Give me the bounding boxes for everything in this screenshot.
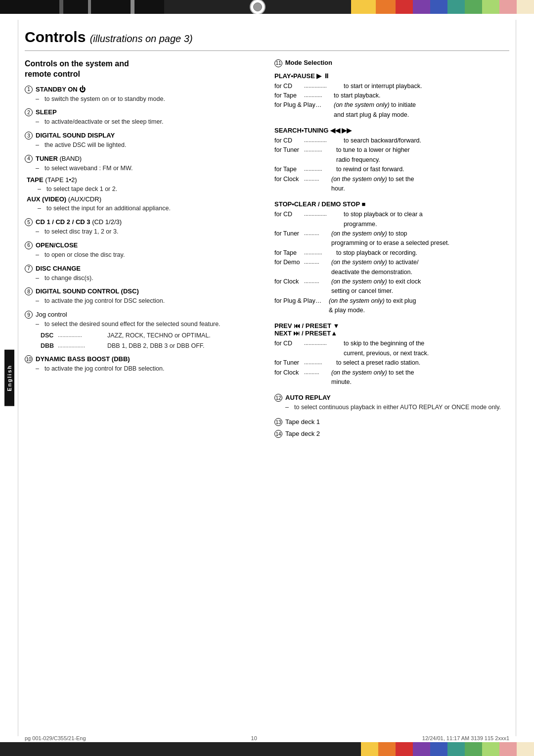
deco-seg-green	[465, 0, 482, 14]
sc-plug-cont: & play mode.	[274, 306, 509, 315]
item-tape-deck-2: 14 Tape deck 2	[274, 430, 509, 438]
item-desc-dsd: –the active DSC will be lighted.	[25, 141, 260, 150]
play-pause-lines: for CD ............... to start or inter…	[274, 82, 509, 120]
bottom-deco-pink	[499, 742, 517, 756]
footer-center: 10	[251, 735, 257, 741]
deco-seg-2	[59, 0, 63, 14]
deco-seg-5	[91, 0, 131, 14]
item-num-14: 14	[274, 430, 282, 438]
item-label-disc-change: DISC CHANGE	[36, 265, 81, 272]
sub-label-aux: AUX (VIDEO) (AUX/CDR)	[27, 195, 260, 203]
item-desc-standby: –to switch the system on or to standby m…	[25, 94, 260, 104]
jog-dsc-key: DSC	[41, 331, 58, 340]
pn-clock-cont: minute.	[274, 378, 509, 387]
pn-cd: for CD ............... to skip to the be…	[274, 339, 509, 348]
search-tuning-title: SEARCH•TUNING ◀◀ ▶▶	[274, 127, 509, 134]
item-num-1: 1	[25, 86, 33, 94]
page-title: Controls (illustrations on page 3)	[25, 29, 509, 46]
deco-seg-purple	[413, 0, 430, 14]
item-label-auto-replay: AUTO REPLAY	[285, 394, 331, 401]
item-dbb: 10 DYNAMIC BASS BOOST (DBB) –to activate…	[25, 355, 260, 374]
prev-next-title: PREV ⏮ / PRESET ▼ NEXT ⏭ / PRESET▲	[274, 322, 509, 337]
item-jog: 9 Jog control –to select the desired sou…	[25, 311, 260, 350]
item-num-5: 5	[25, 218, 33, 226]
item-label-open-close: OPEN/CLOSE	[36, 241, 78, 249]
item-desc-open-close: –to open or close the disc tray.	[25, 250, 260, 260]
play-pause-plug-cont: and start plug & play mode.	[274, 110, 509, 120]
item-dsc: 8 DIGITAL SOUND CONTROL (DSC) –to activa…	[25, 287, 260, 306]
item-label-tape-deck-2: Tape deck 2	[285, 430, 320, 437]
main-content: Controls (illustrations on page 3) Contr…	[25, 14, 509, 442]
bottom-decorative-bar	[0, 742, 534, 756]
sub-item-tape: TAPE (TAPE 1•2) –to select tape deck 1 o…	[25, 176, 260, 194]
bottom-deco-left	[0, 742, 361, 756]
item-num-4: 4	[25, 155, 33, 163]
play-pause-title: PLAY•PAUSE ▶ ⏸	[274, 72, 509, 80]
sc-demo: for Demo .......... (on the system only)…	[274, 258, 509, 267]
st-tuner: for Tuner ............ to tune to a lowe…	[274, 145, 509, 155]
pn-tuner: for Tuner ............ to select a prese…	[274, 358, 509, 368]
prev-next-lines: for CD ............... to skip to the be…	[274, 339, 509, 387]
mode-selection-header: 11 Mode Selection	[274, 59, 509, 67]
bottom-deco-teal	[447, 742, 465, 756]
item-desc-dsc: –to activate the jog control for DSC sel…	[25, 296, 260, 306]
bottom-deco-green	[465, 742, 482, 756]
footer-right: 12/24/01, 11:17 AM 3139 115 2xxx1	[422, 735, 509, 741]
item-num-6: 6	[25, 241, 33, 249]
bottom-deco-purple	[413, 742, 430, 756]
item-desc-jog: –to select the desired sound effect for …	[25, 320, 260, 350]
st-tuner-cont: radio frequency.	[274, 155, 509, 165]
jog-dbb-val: DBB 1, DBB 2, DBB 3 or DBB OFF.	[107, 341, 205, 351]
sc-clock: for Clock .......... (on the system only…	[274, 277, 509, 286]
stop-clear-lines: for CD ............... to stop playback …	[274, 210, 509, 315]
item-auto-replay: 12 AUTO REPLAY –to select continuous pla…	[274, 394, 509, 412]
item-desc-auto-replay: –to select continuous playback in either…	[274, 403, 509, 412]
jog-dsc-val: JAZZ, ROCK, TECHNO or OPTIMAL.	[107, 331, 211, 340]
item-num-10: 10	[25, 355, 33, 363]
bottom-deco-red	[396, 742, 413, 756]
sc-clock-cont: setting or cancel timer.	[274, 286, 509, 296]
sidebar-language-label: English	[4, 350, 14, 406]
deco-seg-1	[0, 0, 59, 14]
bottom-deco-orange	[378, 742, 396, 756]
play-pause-plug: for Plug & Play… (on the system only) to…	[274, 100, 509, 110]
item-open-close: 6 OPEN/CLOSE –to open or close the disc …	[25, 241, 260, 260]
item-num-3: 3	[25, 132, 33, 140]
page-footer: pg 001-029/C355/21-Eng 10 12/24/01, 11:1…	[25, 735, 509, 741]
sub-label-tape: TAPE (TAPE 1•2)	[27, 176, 260, 184]
deco-seg-blue	[430, 0, 447, 14]
sc-tuner: for Tuner .......... (on the system only…	[274, 229, 509, 238]
right-column: 11 Mode Selection PLAY•PAUSE ▶ ⏸ for CD …	[274, 59, 509, 442]
item-desc-tuner: –to select waveband : FM or MW.	[25, 164, 260, 173]
st-clock: for Clock .......... (on the system only…	[274, 175, 509, 184]
item-label-cd: CD 1 / CD 2 / CD 3 (CD 1/2/3)	[36, 218, 122, 226]
item-desc-sleep: –to activate/deactivate or set the sleep…	[25, 117, 260, 127]
section-search-tuning: SEARCH•TUNING ◀◀ ▶▶ for CD .............…	[274, 127, 509, 193]
sc-plug: for Plug & Play… (on the system only) to…	[274, 296, 509, 306]
item-disc-change: 7 DISC CHANGE –to change disc(s).	[25, 265, 260, 283]
title-subtitle: (illustrations on page 3)	[90, 33, 193, 44]
item-label-jog: Jog control	[36, 311, 67, 318]
sc-tape: for Tape ............ to stop playback o…	[274, 248, 509, 258]
item-sleep: 2 SLEEP –to activate/deactivate or set t…	[25, 108, 260, 127]
deco-seg-lightgreen	[482, 0, 499, 14]
item-dsd: 3 DIGITAL SOUND DISPLAY –the active DSC …	[25, 132, 260, 150]
title-word: Controls	[25, 29, 86, 45]
item-label-sleep: SLEEP	[36, 108, 57, 116]
item-label-tuner: TUNER (BAND)	[36, 155, 82, 162]
item-tuner: 4 TUNER (BAND) –to select waveband : FM …	[25, 155, 260, 213]
sidebar-left: English	[4, 148, 15, 608]
sc-tuner-cont: programming or to erase a selected prese…	[274, 238, 509, 248]
sub-item-aux: AUX (VIDEO) (AUX/CDR) –to select the inp…	[25, 195, 260, 213]
item-num-9: 9	[25, 311, 33, 319]
item-num-7: 7	[25, 265, 33, 273]
deco-seg-7	[134, 0, 164, 14]
bottom-deco-yellow	[361, 742, 378, 756]
section-play-pause: PLAY•PAUSE ▶ ⏸ for CD ............... to…	[274, 72, 509, 120]
bottom-deco-cream	[517, 742, 534, 756]
jog-dsc-dots: ................	[58, 331, 107, 340]
st-clock-cont: hour.	[274, 184, 509, 193]
st-tape: for Tape ............ to rewind or fast …	[274, 165, 509, 174]
pn-clock: for Clock .......... (on the system only…	[274, 368, 509, 378]
sc-cd: for CD ............... to stop playback …	[274, 210, 509, 219]
